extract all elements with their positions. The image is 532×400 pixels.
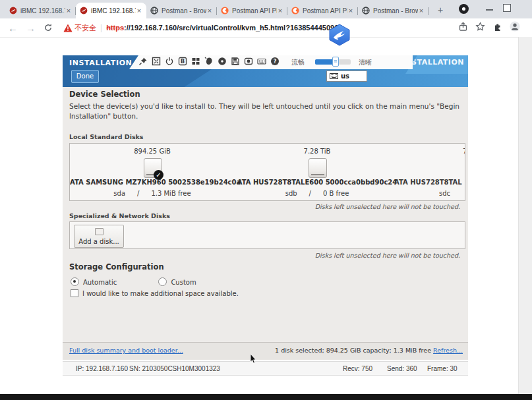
- disk-sda[interactable]: 894.25 GiB ✓ ATA SAMSUNG MZ7KH960 500253…: [70, 144, 235, 200]
- disk-size: 894.25 GiB: [70, 148, 235, 155]
- postman-favicon: [291, 7, 299, 14]
- status-recv: Recv: 750: [343, 365, 372, 372]
- tab-label: Postman API Platfo: [232, 7, 277, 14]
- keyboard-layout-indicator[interactable]: us: [326, 71, 367, 82]
- forward-icon[interactable]: →: [26, 22, 36, 34]
- disk-name: ATA SAMSUNG MZ7KH960 5002538e19b24c0a: [70, 179, 235, 186]
- kvm-viewport: INSTALLATION DESTINATION Done STALLATION…: [63, 55, 468, 376]
- radio-custom[interactable]: [158, 277, 167, 286]
- mouse-icon[interactable]: [204, 57, 214, 66]
- pin-icon[interactable]: [138, 57, 148, 66]
- unselected-note: Disks left unselected here will not be t…: [315, 203, 460, 210]
- status-send: Send: 360: [387, 365, 417, 372]
- svg-text:?: ?: [274, 59, 277, 65]
- tab-ibmc-2-active[interactable]: iBMC 192.168.7.16 ×: [76, 3, 146, 18]
- tab-postman-browse-1[interactable]: Postman - Browse ×: [146, 3, 217, 18]
- new-tab-button[interactable]: +: [434, 4, 447, 17]
- profile-avatar[interactable]: [510, 21, 520, 32]
- installer-bottom-bar: Full disk summary and boot loader... 1 d…: [63, 342, 468, 360]
- tiles-icon[interactable]: [191, 57, 200, 66]
- tab-close-icon[interactable]: ×: [277, 7, 283, 14]
- power-icon[interactable]: [165, 57, 174, 66]
- mini-disk-icon: [95, 228, 103, 235]
- full-disk-summary-link[interactable]: Full disk summary and boot loader...: [69, 347, 183, 354]
- back-icon[interactable]: ←: [8, 22, 18, 34]
- browser-tabstrip: iBMC 192.168.7.16 × iBMC 192.168.7.16 × …: [0, 0, 532, 18]
- keyboard-layout-code: us: [341, 72, 349, 80]
- additional-space-row: I would like to make additional space av…: [71, 286, 239, 299]
- screen: iBMC 192.168.7.16 × iBMC 192.168.7.16 × …: [0, 0, 532, 400]
- quality-slider[interactable]: [315, 59, 351, 65]
- disk-sdc-size-partial: 7: [463, 148, 465, 155]
- postman-favicon: [221, 7, 229, 14]
- tab-label: iBMC 192.168.7.16: [20, 7, 65, 14]
- window-maximize-button[interactable]: [503, 4, 511, 12]
- tab-label: Postman API Platfo: [303, 7, 347, 14]
- installer-banner-right: STALLATION: [405, 55, 468, 74]
- tab-label: Postman - Browse: [373, 7, 418, 14]
- tab-postman-api-2[interactable]: Postman API Platfo ×: [287, 3, 358, 18]
- thunder-download-icon[interactable]: [328, 24, 351, 46]
- tab-search-button[interactable]: [459, 4, 469, 14]
- tab-close-icon[interactable]: ×: [65, 7, 72, 14]
- page-scrollbar-region[interactable]: [518, 37, 532, 394]
- tab-ibmc-1[interactable]: iBMC 192.168.7.16 ×: [5, 3, 76, 18]
- disc-icon[interactable]: [218, 57, 227, 66]
- tab-label: iBMC 192.168.7.16: [91, 7, 136, 14]
- selection-summary: 1 disk selected; 894.25 GiB capacity; 1.…: [275, 347, 431, 354]
- keyboard-icon[interactable]: [257, 57, 266, 66]
- radio-custom-label: Custom: [171, 279, 196, 286]
- done-button[interactable]: Done: [71, 70, 99, 83]
- disk-free: 0 B free: [323, 190, 349, 197]
- ibmc-favicon: [80, 7, 88, 14]
- security-warning-icon[interactable]: [63, 24, 73, 32]
- url-protocol: https: [106, 24, 124, 32]
- globe-favicon: [362, 7, 370, 14]
- tab-close-icon[interactable]: ×: [206, 7, 213, 14]
- add-disk-button[interactable]: Add a disk...: [74, 225, 124, 248]
- tab-postman-api-1[interactable]: Postman API Platfo ×: [217, 3, 287, 18]
- tab-close-icon[interactable]: ×: [136, 7, 142, 14]
- refresh-link[interactable]: Refresh...: [433, 347, 463, 354]
- tab-close-icon[interactable]: ×: [347, 7, 354, 14]
- share-icon[interactable]: [458, 22, 468, 32]
- disk-size: 7.28 TiB: [235, 148, 399, 155]
- network-disks-panel: Add a disk...: [69, 221, 465, 249]
- quality-sharp-label: 清晰: [359, 58, 372, 67]
- globe-favicon: [150, 7, 158, 14]
- device-selection-description: Select the device(s) you'd like to insta…: [69, 101, 465, 121]
- tab-close-icon[interactable]: ×: [418, 7, 425, 14]
- security-warning-label[interactable]: 不安全: [74, 23, 96, 33]
- fullscreen-icon[interactable]: [152, 57, 161, 66]
- disk-sdb[interactable]: 7.28 TiB ATA HUS728T8TALE600 5000cca0bbd…: [235, 144, 399, 200]
- record-icon[interactable]: [244, 57, 253, 66]
- bookmark-star-icon[interactable]: [475, 22, 485, 32]
- ibmc-favicon: [9, 7, 17, 14]
- reload-icon[interactable]: [44, 23, 53, 32]
- mouse-cursor: [250, 354, 257, 364]
- tab-label: Postman - Browse: [162, 7, 206, 14]
- local-disks-panel: 894.25 GiB ✓ ATA SAMSUNG MZ7KH960 500253…: [69, 143, 465, 201]
- help-icon[interactable]: ?: [270, 57, 280, 66]
- quality-smooth-label: 流畅: [291, 58, 305, 67]
- extensions-puzzle-icon[interactable]: [492, 22, 502, 32]
- url-path: ://192.168.7.160/src/virtualControl/kvm_…: [124, 24, 342, 32]
- unselected-note-2: Disks left unselected here will not be t…: [315, 252, 460, 259]
- window-minimize-button[interactable]: [486, 9, 493, 11]
- key-b-icon[interactable]: B: [178, 57, 187, 66]
- installer-content: Device Selection Select the device(s) yo…: [63, 87, 468, 359]
- additional-space-checkbox[interactable]: [71, 289, 78, 297]
- storage-config-heading: Storage Configuration: [69, 262, 164, 271]
- save-icon[interactable]: [231, 57, 240, 66]
- tab-postman-browse-2[interactable]: Postman - Browse ×: [358, 3, 429, 18]
- disk-sdc-dev: sdc: [439, 190, 450, 197]
- quality-slider-handle[interactable]: [332, 57, 339, 67]
- browser-toolbar: ← → 不安全 | https://192.168.7.160/src/virt…: [0, 18, 532, 38]
- kvm-toolbar: B ? 流畅 清晰: [129, 55, 413, 69]
- radio-automatic[interactable]: [71, 277, 79, 286]
- disk-sdc-name-partial: ATA HUS728T8TAL: [394, 179, 462, 186]
- disk-dev: sdb: [285, 190, 297, 197]
- add-disk-label: Add a disk...: [74, 238, 123, 245]
- address-url[interactable]: https://192.168.7.160/src/virtualControl…: [106, 24, 342, 32]
- disk-name: ATA HUS728T8TALE600 5000cca0bbd90c24: [235, 179, 399, 186]
